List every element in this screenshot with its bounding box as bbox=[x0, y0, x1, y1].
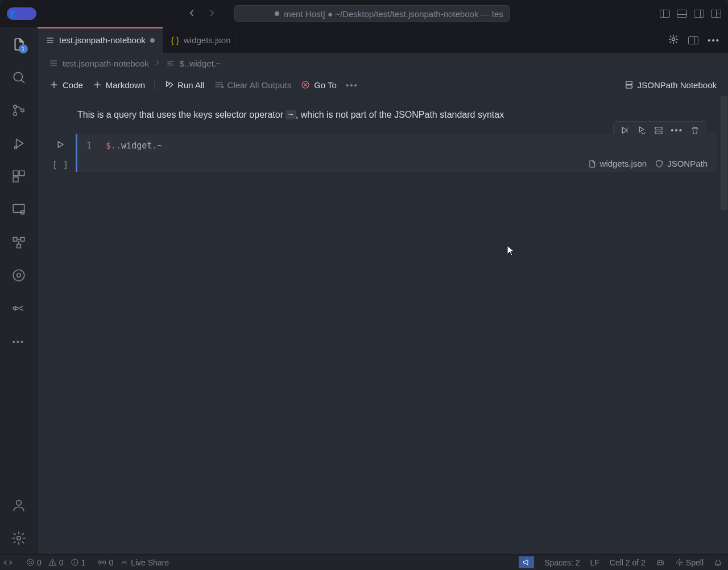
live-share-icon[interactable] bbox=[11, 300, 27, 316]
gear-icon bbox=[675, 558, 684, 567]
svg-point-14 bbox=[16, 274, 20, 278]
goto-button[interactable]: Go To bbox=[300, 80, 337, 90]
svg-point-17 bbox=[16, 536, 20, 540]
tab-widgets-json[interactable]: { } widgets.json bbox=[163, 27, 239, 53]
svg-point-16 bbox=[16, 500, 21, 505]
label: Markdown bbox=[106, 80, 145, 90]
editor-more-button[interactable]: ••• bbox=[708, 35, 720, 45]
run-debug-icon[interactable] bbox=[11, 135, 27, 151]
search-icon[interactable] bbox=[11, 69, 27, 85]
command-center-text: ment Host] ● ~/Desktop/test/test.jsonpat… bbox=[284, 9, 503, 19]
file-icon bbox=[588, 159, 597, 168]
split-editor-button[interactable] bbox=[688, 36, 698, 44]
code-line: $..widget.~ bbox=[106, 141, 162, 151]
gitlens-icon[interactable] bbox=[11, 267, 27, 283]
label: Run All bbox=[177, 80, 205, 90]
run-all-button[interactable]: Run All bbox=[164, 80, 205, 90]
markdown-text-after: , which is not part of the JSONPath stan… bbox=[296, 110, 504, 119]
notebook-file-icon bbox=[49, 59, 58, 68]
spell-button[interactable]: Spell bbox=[675, 558, 704, 567]
toggle-panel-button[interactable] bbox=[677, 10, 687, 18]
problems-info[interactable]: 1 bbox=[71, 558, 86, 567]
problems-errors[interactable]: 0 bbox=[26, 558, 42, 567]
customize-layout-button[interactable] bbox=[711, 10, 721, 18]
remote-indicator[interactable] bbox=[0, 555, 16, 571]
add-markdown-cell-button[interactable]: Markdown bbox=[92, 80, 145, 90]
ports[interactable]: 0 bbox=[98, 558, 113, 567]
code-cell[interactable]: ••• 1 $..widget.~ widgets.json bbox=[77, 134, 722, 172]
language-label: JSONPath bbox=[667, 159, 708, 168]
svg-point-30 bbox=[678, 561, 680, 564]
add-code-cell-button[interactable]: Code bbox=[49, 80, 83, 90]
run-cell-button[interactable] bbox=[55, 139, 65, 151]
command-center[interactable]: ment Host] ● ~/Desktop/test/test.jsonpat… bbox=[234, 5, 510, 22]
eol-button[interactable]: LF bbox=[590, 558, 599, 567]
clear-outputs-button[interactable]: Clear All Outputs bbox=[214, 80, 292, 90]
svg-point-18 bbox=[672, 38, 675, 41]
extensions-icon[interactable] bbox=[11, 168, 27, 184]
explorer-icon[interactable]: 1 bbox=[11, 36, 27, 52]
chevron-right-icon bbox=[154, 59, 162, 68]
svg-rect-8 bbox=[13, 204, 24, 212]
count: 0 bbox=[109, 558, 113, 567]
accounts-icon[interactable] bbox=[11, 497, 27, 513]
label: Cell 2 of 2 bbox=[610, 558, 646, 567]
toggle-secondary-sidebar-button[interactable] bbox=[694, 10, 704, 18]
cell-status-bar: widgets.json JSONPath bbox=[77, 155, 717, 172]
nav-forward-button[interactable] bbox=[207, 8, 217, 20]
toolbar-more-button[interactable]: ••• bbox=[346, 80, 358, 90]
cell-position[interactable]: Cell 2 of 2 bbox=[610, 558, 646, 567]
tab-dirty-dot-icon bbox=[150, 38, 155, 43]
markdown-operator-badge: ~ bbox=[286, 110, 295, 119]
notebook-toolbar: Code Markdown Run All Clear All Outputs … bbox=[38, 73, 728, 96]
remote-pill[interactable]: 👤 bbox=[7, 7, 36, 20]
mouse-cursor-icon bbox=[507, 245, 515, 257]
broadcast-icon bbox=[98, 558, 106, 567]
run-all-icon bbox=[164, 80, 174, 90]
line-number: 1 bbox=[86, 141, 92, 151]
svg-point-15 bbox=[13, 307, 15, 309]
label: Live Share bbox=[131, 558, 169, 567]
indentation-button[interactable]: Spaces: 2 bbox=[544, 558, 580, 567]
svg-rect-6 bbox=[19, 171, 24, 176]
label: Clear All Outputs bbox=[228, 80, 292, 90]
copilot-button[interactable] bbox=[656, 558, 665, 567]
svg-rect-22 bbox=[655, 127, 662, 130]
code-editor[interactable]: 1 $..widget.~ bbox=[77, 134, 717, 155]
error-icon bbox=[26, 558, 35, 567]
remote-pill-icon: 👤 bbox=[9, 10, 16, 18]
goto-error-icon bbox=[300, 80, 311, 90]
cell-context-file[interactable]: widgets.json bbox=[588, 159, 647, 168]
live-share-button[interactable]: Live Share bbox=[120, 558, 169, 567]
problems-warnings[interactable]: 0 bbox=[48, 558, 64, 567]
svg-rect-21 bbox=[626, 85, 632, 88]
label: Code bbox=[63, 80, 83, 90]
graph-icon[interactable] bbox=[11, 234, 27, 250]
label: Go To bbox=[314, 80, 337, 90]
breadcrumb[interactable]: test.jsonpath-notebook $..widget.~ bbox=[38, 53, 728, 73]
nav-back-button[interactable] bbox=[187, 8, 197, 20]
markdown-text-before: This is a query that uses the keys selec… bbox=[77, 110, 286, 119]
toggle-primary-sidebar-button[interactable] bbox=[660, 10, 670, 18]
settings-gear-icon[interactable] bbox=[11, 530, 27, 546]
svg-point-26 bbox=[102, 561, 104, 563]
breadcrumb-symbol[interactable]: $..widget.~ bbox=[180, 59, 221, 68]
cell-language[interactable]: JSONPath bbox=[655, 159, 708, 168]
kernel-picker-button[interactable]: JSONPath Notebook bbox=[624, 80, 717, 90]
editor-settings-gear-icon[interactable] bbox=[668, 34, 679, 47]
context-file-label: widgets.json bbox=[600, 159, 647, 168]
svg-point-4 bbox=[14, 146, 16, 148]
label: Spaces: 2 bbox=[544, 558, 580, 567]
count: 0 bbox=[37, 558, 42, 567]
source-control-icon[interactable] bbox=[11, 102, 27, 118]
svg-rect-27 bbox=[657, 560, 664, 564]
feedback-button[interactable] bbox=[519, 556, 534, 568]
breadcrumb-file[interactable]: test.jsonpath-notebook bbox=[63, 59, 149, 68]
notifications-button[interactable] bbox=[714, 558, 722, 567]
more-icon[interactable]: ••• bbox=[11, 333, 27, 349]
remote-explorer-icon[interactable] bbox=[11, 201, 27, 217]
plus-icon bbox=[49, 80, 59, 90]
svg-rect-11 bbox=[20, 237, 24, 241]
tab-jsonpath-notebook[interactable]: test.jsonpath-notebook bbox=[38, 27, 163, 53]
bell-icon bbox=[714, 558, 722, 567]
